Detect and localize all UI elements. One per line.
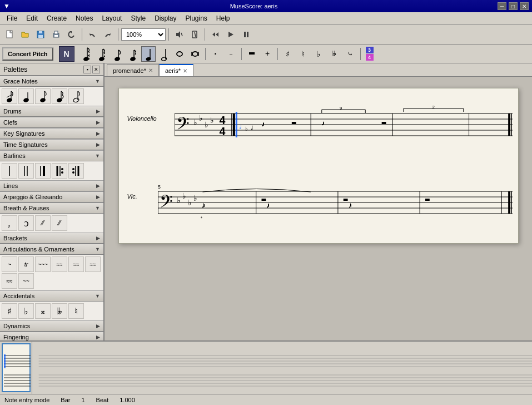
menu-display[interactable]: Display [150,13,181,23]
artic-item-2[interactable]: tr [18,256,34,272]
menu-plugins[interactable]: Plugins [181,13,212,23]
menu-create[interactable]: Create [42,13,71,23]
palette-barlines-header[interactable]: Barlines ▼ [0,150,103,161]
save-button[interactable] [33,27,48,42]
palette-arpeggio-header[interactable]: Arpeggio & Glissando ▶ [0,191,103,202]
flip-btn[interactable]: ⤷ [343,46,357,62]
barline-item-start-repeat[interactable] [52,163,67,179]
artic-item-4[interactable]: ≈≈ [52,256,67,272]
barline-item-single[interactable] [2,163,17,179]
rest-toggle[interactable] [245,46,259,62]
grace-note-item-5[interactable] [68,88,84,104]
accidental-double-flat[interactable]: 𝄫 [52,303,67,319]
concert-pitch-button[interactable]: Concert Pitch [2,47,53,61]
palette-articulations-header[interactable]: Articulations & Ornaments ▼ [0,244,103,255]
menu-notes[interactable]: Notes [71,13,97,23]
barline-item-double[interactable] [18,163,34,179]
maximize-button[interactable]: □ [509,2,518,10]
accidental-double-sharp[interactable]: 𝄪 [35,303,51,319]
palette-accidentals-header[interactable]: Accidentals ▼ [0,290,103,302]
grace-note-item-3[interactable] [35,88,51,104]
artic-item-3[interactable]: ~~~ [35,256,51,272]
double-flat-btn[interactable]: 𝄫 [327,46,342,62]
note-8th[interactable] [126,46,140,62]
palette-lines-arrow: ▶ [96,183,100,189]
note-dot[interactable]: · [208,46,223,62]
palette-close-button[interactable]: ✕ [92,66,100,73]
note-32nd[interactable] [95,46,109,62]
tab-aeris[interactable]: aeris* ✕ [159,64,193,76]
grace-note-item-2[interactable] [18,88,34,104]
palettes-scroll[interactable]: Grace Notes ▼ Drums ▶ [0,76,103,340]
note-input-button[interactable]: N [59,46,74,62]
svg-rect-113 [343,199,347,201]
palette-clefs-header[interactable]: Clefs ▶ [0,117,103,128]
artic-item-5[interactable]: ≈≈ [68,256,84,272]
palette-drums-header[interactable]: Drums ▶ [0,106,103,117]
palette-grace-notes-header[interactable]: Grace Notes ▼ [0,76,103,87]
new-button[interactable] [2,27,17,42]
artic-item-1[interactable]: ~ [2,256,17,272]
zoom-select[interactable]: 50% 75% 100% 150% 200% [121,28,166,41]
note-16th[interactable] [110,46,125,62]
palette-time-signatures-header[interactable]: Time Signatures ▶ [0,139,103,150]
palette-brackets-header[interactable]: Brackets ▶ [0,233,103,244]
audio-toggle-button[interactable] [172,27,186,42]
accidental-sharp[interactable]: ♯ [2,303,17,319]
close-button[interactable]: ✕ [520,2,529,10]
flat-btn[interactable]: ♭ [312,46,326,62]
mini-score-overview[interactable] [32,342,532,394]
sharp-btn[interactable]: ♯ [281,46,295,62]
score-canvas[interactable]: Violoncello 𝄢 ♭ ♭ [105,77,532,340]
play-button[interactable] [223,27,238,42]
note-64th[interactable] [79,46,93,62]
artic-item-8[interactable]: ~~ [18,273,34,289]
tab-aeris-close[interactable]: ✕ [183,68,187,74]
grace-note-item-4[interactable] [52,88,67,104]
palette-lines-header[interactable]: Lines ▶ [0,180,103,191]
add-note[interactable]: + [260,46,275,62]
palette-breath-arrow: ▼ [95,205,100,211]
tab-promenade[interactable]: promenade* ✕ [107,64,159,76]
palette-dynamics-header[interactable]: Dynamics ▶ [0,320,103,332]
undo-button[interactable] [85,27,100,42]
palette-key-signatures-header[interactable]: Key Signatures ▶ [0,128,103,139]
menu-help[interactable]: Help [212,13,235,23]
toolbar-separator-3 [168,28,169,41]
breath-item-3[interactable]: ⁄⁄ [35,215,51,231]
palette-config-button[interactable]: ▪ [83,66,91,73]
rewind-button[interactable] [208,27,222,42]
redo-button[interactable] [101,27,115,42]
note-double-dot[interactable]: ·· [224,46,238,62]
palette-fingering-header[interactable]: Fingering ▶ [0,332,103,340]
status-bar-num: 1 [81,397,84,403]
artic-item-6[interactable]: ≈≈ [85,256,101,272]
note-whole[interactable] [172,46,187,62]
note-half[interactable] [157,46,171,62]
minimize-button[interactable]: ─ [498,2,506,10]
palettes-title: Palettes [3,66,27,73]
note-quarter[interactable] [141,46,156,62]
note-double-whole[interactable] [188,46,202,62]
menu-style[interactable]: Style [126,13,150,23]
breath-item-4[interactable]: ⁄⁄ [52,215,67,231]
open-button[interactable] [18,27,32,42]
accidental-flat[interactable]: ♭ [18,303,34,319]
menu-layout[interactable]: Layout [97,13,126,23]
natural-btn[interactable]: ♮ [296,46,311,62]
palette-breath-header[interactable]: Breath & Pauses ▼ [0,202,103,214]
tab-promenade-close[interactable]: ✕ [148,67,153,73]
metronome-button[interactable] [187,27,202,42]
accidental-natural[interactable]: ♮ [68,303,84,319]
grace-note-item-1[interactable] [2,88,17,104]
barline-item-final[interactable] [35,163,51,179]
undo-history-button[interactable] [64,27,79,42]
menu-file[interactable]: File [2,13,22,23]
breath-item-1[interactable]: , [2,215,17,231]
pause-button[interactable] [239,27,253,42]
breath-item-2[interactable]: ↄ [18,215,34,231]
artic-item-7[interactable]: ≈≈ [2,273,17,289]
barline-item-end-repeat[interactable] [68,163,84,179]
menu-edit[interactable]: Edit [22,13,42,23]
print-button[interactable] [49,27,63,42]
